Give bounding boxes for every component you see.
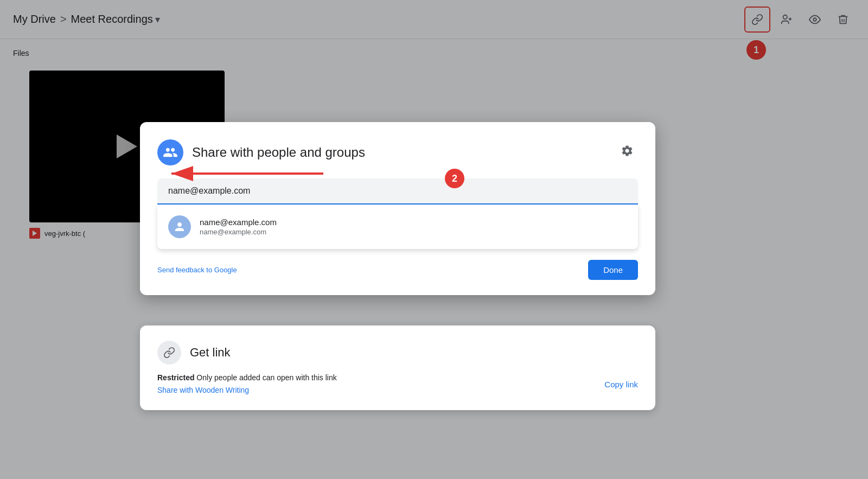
get-link-left: Restricted Only people added can open wi…: [157, 373, 604, 395]
suggestion-text: name@example.com name@example.com: [200, 218, 277, 236]
search-container: 2 name@example.com name@example.com: [157, 178, 638, 249]
dialog-title-group: Share with people and groups: [157, 139, 365, 165]
suggestion-name: name@example.com: [200, 218, 277, 227]
get-link-header: Get link: [157, 341, 638, 365]
email-input[interactable]: [168, 186, 627, 196]
people-icon: [163, 145, 178, 160]
copy-link-button[interactable]: Copy link: [604, 380, 638, 389]
share-dialog: Share with people and groups 2: [140, 122, 655, 295]
share-wooden-link[interactable]: Share with Wooden Writing: [157, 386, 249, 394]
email-input-wrapper: [157, 178, 638, 205]
link-description: Restricted Only people added can open wi…: [157, 373, 604, 382]
get-link-body: Restricted Only people added can open wi…: [157, 373, 638, 395]
dialog-header: Share with people and groups: [157, 139, 638, 165]
suggestion-item[interactable]: name@example.com name@example.com: [157, 209, 638, 245]
dialog-footer: Send feedback to Google Done: [157, 260, 638, 280]
restricted-label: Restricted: [157, 373, 194, 382]
share-avatar: [157, 139, 183, 165]
suggestion-email: name@example.com: [200, 228, 277, 236]
step-badge-2: 2: [445, 169, 464, 188]
gear-icon: [621, 144, 634, 157]
done-button[interactable]: Done: [588, 260, 638, 280]
suggestion-avatar: [168, 215, 191, 238]
get-link-dialog: Get link Restricted Only people added ca…: [140, 325, 655, 410]
person-icon: [173, 220, 186, 233]
suggestion-dropdown: name@example.com name@example.com: [157, 205, 638, 249]
link-circle-icon: [163, 347, 175, 359]
feedback-link[interactable]: Send feedback to Google: [157, 266, 237, 274]
link-icon-circle: [157, 341, 181, 365]
get-link-title: Get link: [190, 346, 231, 360]
dialog-title: Share with people and groups: [192, 145, 365, 160]
settings-button[interactable]: [616, 140, 638, 165]
link-description-text: Only people added can open with this lin…: [194, 373, 336, 382]
